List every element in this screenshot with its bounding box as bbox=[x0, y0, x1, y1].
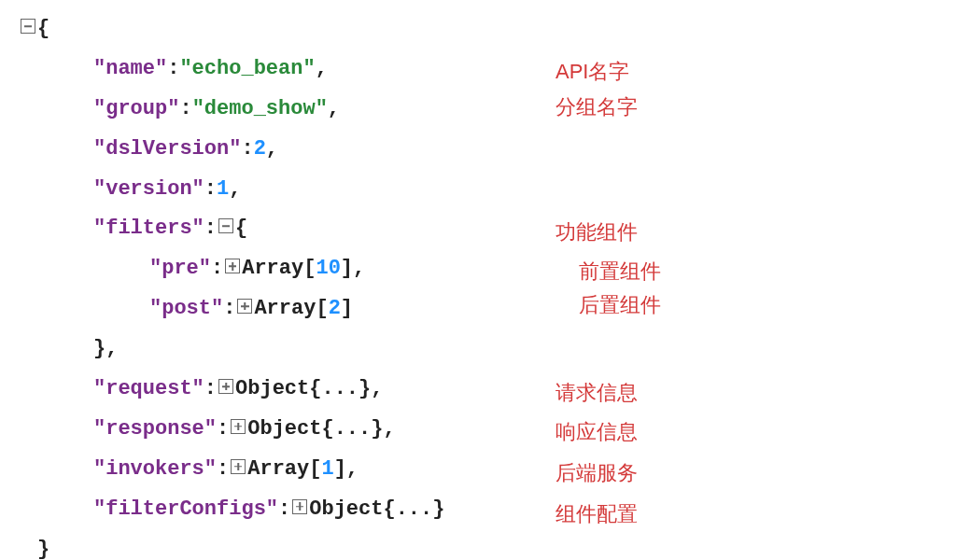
json-key: "filters" bbox=[93, 209, 204, 249]
annotation-group-name: 分组名字 bbox=[555, 88, 638, 128]
object-ellipsis: {...} bbox=[383, 490, 444, 530]
json-key: "response" bbox=[93, 410, 217, 450]
json-array-count: 2 bbox=[329, 289, 341, 329]
json-key: "filterConfigs" bbox=[93, 490, 278, 530]
json-key: "post" bbox=[149, 289, 223, 329]
brace-close: } bbox=[37, 530, 49, 560]
json-root-open: { bbox=[19, 9, 951, 49]
json-key: "invokers" bbox=[93, 450, 217, 490]
json-type-label: Array bbox=[247, 450, 309, 490]
json-number-value: 1 bbox=[217, 170, 229, 210]
json-type-label: Object bbox=[247, 410, 321, 450]
json-type-label: Array bbox=[242, 249, 303, 289]
json-array-count: 1 bbox=[321, 450, 333, 490]
json-array-count: 10 bbox=[316, 249, 340, 289]
json-filters-close: }, bbox=[37, 329, 951, 370]
collapse-icon[interactable] bbox=[21, 19, 35, 34]
json-key: "version" bbox=[93, 170, 204, 210]
json-type-label: Object bbox=[309, 490, 383, 530]
expand-icon[interactable] bbox=[237, 299, 252, 314]
json-key: "group" bbox=[93, 90, 179, 130]
json-string-value: "echo_bean" bbox=[179, 49, 315, 90]
expand-icon[interactable] bbox=[231, 459, 246, 474]
annotation-func-comp: 功能组件 bbox=[555, 213, 638, 253]
brace-open: { bbox=[235, 209, 247, 249]
json-property-filters: "filters":{ bbox=[37, 209, 951, 249]
json-type-label: Object bbox=[235, 370, 309, 410]
json-key: "name" bbox=[93, 49, 167, 90]
json-key: "pre" bbox=[149, 249, 211, 289]
annotation-request-info: 请求信息 bbox=[555, 373, 638, 413]
expand-icon[interactable] bbox=[225, 259, 240, 273]
brace-close: }, bbox=[93, 329, 118, 370]
json-property-post: "post":Array[2] bbox=[37, 289, 951, 329]
json-root-close: } bbox=[37, 530, 951, 560]
brace-open: { bbox=[37, 9, 49, 49]
json-property-dslversion: "dslVersion":2, bbox=[37, 130, 951, 170]
json-property-version: "version":1, bbox=[37, 170, 951, 210]
json-key: "dslVersion" bbox=[93, 130, 241, 170]
expand-icon[interactable] bbox=[231, 419, 246, 434]
json-property-pre: "pre":Array[10], bbox=[37, 249, 951, 289]
json-string-value: "demo_show" bbox=[192, 90, 328, 130]
json-number-value: 2 bbox=[254, 130, 266, 170]
annotation-comp-config: 组件配置 bbox=[555, 495, 638, 535]
annotation-api-name: API名字 bbox=[555, 52, 629, 92]
json-property-filterconfigs: "filterConfigs":Object{...} bbox=[37, 490, 951, 530]
expand-icon[interactable] bbox=[218, 379, 233, 394]
annotation-backend-service: 后端服务 bbox=[555, 454, 638, 494]
object-ellipsis: {...} bbox=[321, 410, 383, 450]
json-property-name: "name":"echo_bean", bbox=[37, 49, 951, 90]
object-ellipsis: {...} bbox=[309, 370, 371, 410]
json-viewer: { "name":"echo_bean", "group":"demo_show… bbox=[37, 9, 951, 560]
annotation-post-comp: 后置组件 bbox=[579, 286, 661, 326]
annotation-response-info: 响应信息 bbox=[555, 413, 638, 453]
collapse-icon[interactable] bbox=[218, 218, 233, 233]
json-property-request: "request":Object{...}, bbox=[37, 370, 951, 410]
json-type-label: Array bbox=[254, 289, 316, 329]
expand-icon[interactable] bbox=[292, 499, 307, 514]
json-property-group: "group":"demo_show", bbox=[37, 90, 951, 130]
json-key: "request" bbox=[93, 370, 204, 410]
json-property-invokers: "invokers":Array[1], bbox=[37, 450, 951, 490]
json-property-response: "response":Object{...}, bbox=[37, 410, 951, 450]
